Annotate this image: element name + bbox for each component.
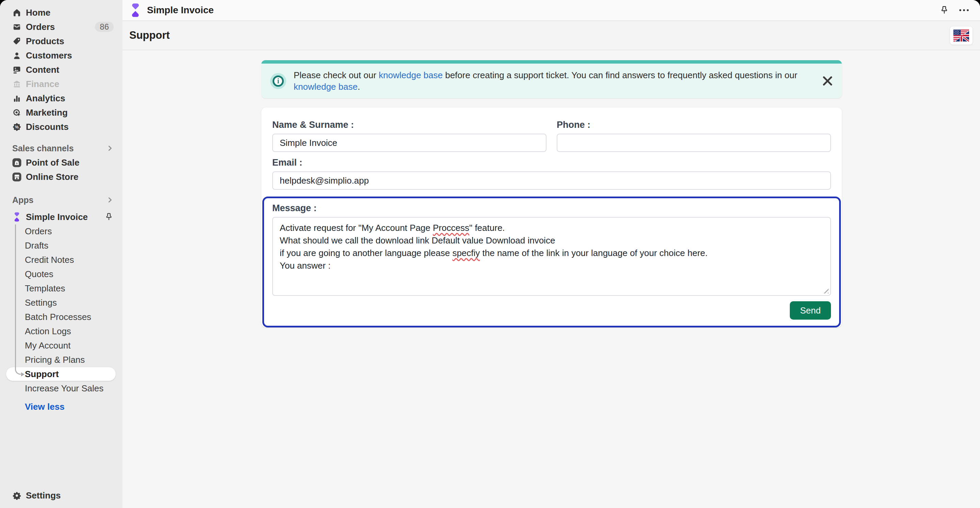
sidebar-item-app-quotes[interactable]: Quotes	[0, 267, 123, 281]
name-input[interactable]	[272, 133, 546, 152]
message-line: What should we call the download link De…	[280, 234, 824, 247]
message-textarea[interactable]: Activate request for "My Account Page Pr…	[272, 217, 831, 296]
message-textarea-wrap: Activate request for "My Account Page Pr…	[272, 217, 831, 296]
message-line: You answer :	[280, 259, 824, 272]
page-title: Support	[129, 29, 170, 41]
sidebar-item-label: Simple Invoice	[26, 212, 88, 222]
email-label: Email :	[272, 157, 831, 168]
gear-icon	[12, 491, 21, 500]
sidebar-item-marketing[interactable]: Marketing	[0, 105, 123, 120]
name-field-group: Name & Surname :	[272, 120, 546, 152]
message-line: Activate request for "My Account Page Pr…	[280, 222, 824, 234]
sidebar-item-app-templates[interactable]: Templates	[0, 281, 123, 295]
sidebar-item-products[interactable]: Products	[0, 34, 123, 48]
page-header: Support	[123, 21, 980, 50]
send-button[interactable]: Send	[790, 301, 831, 320]
name-label: Name & Surname :	[272, 120, 546, 130]
sidebar-item-label: Marketing	[26, 108, 68, 118]
sidebar-footer: Settings	[0, 488, 123, 503]
sidebar-item-simple-invoice-app[interactable]: Simple Invoice	[0, 210, 123, 224]
email-input[interactable]	[272, 171, 831, 190]
sidebar-item-finance[interactable]: Finance	[0, 77, 123, 91]
sidebar-item-label: Home	[26, 8, 50, 18]
sidebar: Home Orders 86 Products Customers	[0, 0, 123, 508]
orders-count-badge: 86	[95, 22, 114, 32]
chevron-right-icon	[105, 195, 115, 204]
sidebar-item-app-batch-processes[interactable]: Batch Processes	[0, 310, 123, 324]
sidebar-item-app-pricing-plans[interactable]: Pricing & Plans	[0, 352, 123, 367]
sidebar-item-analytics[interactable]: Analytics	[0, 91, 123, 105]
sidebar-item-app-settings[interactable]: Settings	[0, 295, 123, 310]
message-line: if you are going to another language ple…	[280, 247, 824, 259]
app-topbar: Simple Invoice	[123, 0, 980, 21]
image-icon	[12, 65, 21, 75]
knowledge-base-link-2[interactable]: knowledge base	[294, 82, 358, 92]
sidebar-item-orders[interactable]: Orders 86	[0, 20, 123, 34]
sidebar-item-app-my-account[interactable]: My Account	[0, 338, 123, 352]
send-row: Send	[272, 301, 831, 320]
main-area: Simple Invoice Support	[123, 0, 980, 508]
topbar-actions	[939, 5, 970, 15]
sidebar-item-app-orders[interactable]: Orders	[0, 224, 123, 238]
sidebar-item-label: Analytics	[26, 93, 65, 104]
bank-icon	[12, 79, 21, 89]
view-less-link[interactable]: View less	[0, 400, 123, 414]
sidebar-item-app-action-logs[interactable]: Action Logs	[0, 324, 123, 338]
sidebar-item-label: Products	[26, 36, 64, 47]
app-subnav: Orders Drafts Credit Notes Quotes Templa…	[0, 224, 123, 395]
orders-icon	[12, 22, 21, 32]
simple-invoice-logo-icon	[12, 213, 21, 222]
pin-icon[interactable]	[939, 5, 950, 15]
banner-message: Please check out our knowledge base befo…	[294, 69, 815, 92]
svg-text:%: %	[15, 124, 19, 129]
language-flag-button[interactable]	[950, 27, 972, 44]
sidebar-item-label: Online Store	[26, 172, 79, 182]
sidebar-item-content[interactable]: Content	[0, 63, 123, 77]
sales-channels-header[interactable]: Sales channels	[0, 141, 123, 156]
knowledge-base-link-1[interactable]: knowledge base	[379, 70, 443, 80]
sidebar-item-label: Point of Sale	[26, 157, 79, 168]
sidebar-item-app-increase-your-sales[interactable]: Increase Your Sales	[0, 381, 123, 395]
sidebar-item-online-store[interactable]: Online Store	[0, 170, 123, 184]
target-cursor-icon	[12, 108, 21, 117]
sidebar-item-app-credit-notes[interactable]: Credit Notes	[0, 252, 123, 267]
message-section-focused: Message : Activate request for "My Accou…	[262, 197, 841, 327]
svg-text:s: s	[16, 162, 18, 165]
sidebar-item-discounts[interactable]: % Discounts	[0, 120, 123, 134]
pos-channel-icon: s	[12, 158, 21, 167]
pin-icon[interactable]	[104, 212, 114, 222]
email-field-group: Email :	[272, 157, 831, 190]
sidebar-item-point-of-sale[interactable]: s Point of Sale	[0, 156, 123, 170]
phone-label: Phone :	[557, 120, 831, 130]
sidebar-item-label: Customers	[26, 50, 72, 61]
simple-invoice-logo-icon	[129, 3, 142, 18]
sidebar-item-settings[interactable]: Settings	[0, 488, 123, 503]
sidebar-item-label: Discounts	[26, 122, 69, 132]
ellipsis-menu-icon[interactable]	[958, 5, 970, 15]
tag-icon	[12, 37, 21, 46]
sidebar-item-app-drafts[interactable]: Drafts	[0, 238, 123, 252]
sidebar-item-label: Content	[26, 65, 59, 75]
sidebar-item-label: Orders	[26, 22, 55, 32]
close-icon[interactable]	[823, 76, 832, 86]
english-flag-icon	[953, 30, 969, 41]
info-banner: i Please check out our knowledge base be…	[261, 60, 842, 98]
sidebar-item-customers[interactable]: Customers	[0, 48, 123, 63]
apps-header[interactable]: Apps	[0, 193, 123, 207]
banner-body: i Please check out our knowledge base be…	[261, 64, 842, 98]
phone-input[interactable]	[557, 133, 831, 152]
app-window: Home Orders 86 Products Customers	[0, 0, 980, 508]
sidebar-item-app-support-selected[interactable]: Support	[6, 367, 116, 381]
misspelled-word: Proccess	[433, 223, 469, 233]
bar-chart-icon	[12, 94, 21, 103]
sidebar-item-label: Settings	[26, 490, 61, 501]
app-title: Simple Invoice	[147, 5, 214, 16]
support-form-card: Name & Surname : Phone : Email :	[261, 108, 842, 327]
home-icon	[12, 8, 21, 17]
phone-field-group: Phone :	[557, 120, 831, 152]
storefront-channel-icon	[12, 172, 21, 182]
person-icon	[12, 51, 21, 60]
sidebar-item-home[interactable]: Home	[0, 5, 123, 20]
banner-accent-bar	[261, 60, 842, 64]
chevron-right-icon	[105, 144, 115, 153]
